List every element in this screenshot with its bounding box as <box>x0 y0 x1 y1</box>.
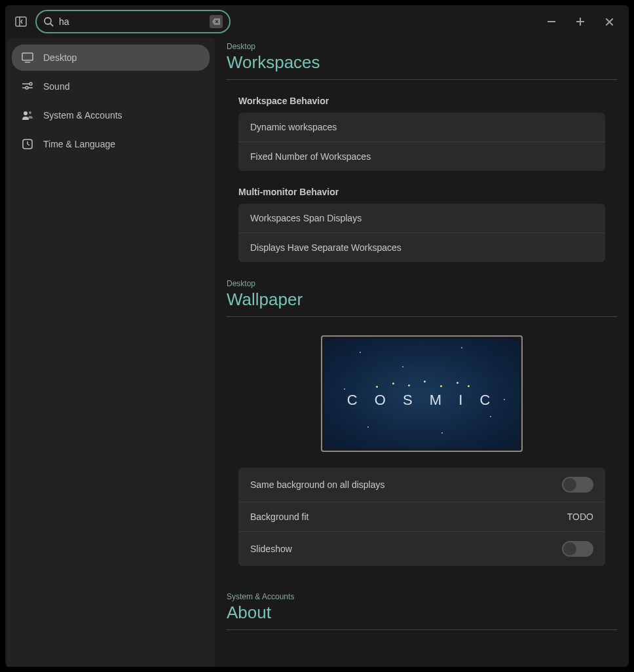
search-icon <box>43 16 54 27</box>
search-input[interactable] <box>59 16 204 27</box>
minimize-icon <box>548 21 555 22</box>
panel-toggle-icon <box>15 16 27 27</box>
wallpaper-settings-group: Same background on all displays Backgrou… <box>238 468 605 566</box>
section-workspaces: Desktop Workspaces Workspace Behavior Dy… <box>227 42 617 262</box>
sidebar-item-label: Sound <box>43 81 69 92</box>
close-icon <box>606 18 613 26</box>
slideshow-toggle[interactable] <box>562 541 593 557</box>
desktop-icon <box>21 51 34 64</box>
same-background-row: Same background on all displays <box>238 468 605 502</box>
group-heading: Workspace Behavior <box>238 96 617 106</box>
svg-rect-11 <box>22 53 33 60</box>
section-title: Wallpaper <box>227 289 617 317</box>
wallpaper-preview[interactable]: C O S M I C <box>321 335 523 452</box>
sidebar-item-label: System & Accounts <box>43 110 122 121</box>
sidebar-item-label: Time & Language <box>43 139 115 149</box>
settings-window: Desktop Sound <box>5 5 629 667</box>
wallpaper-text: C O S M I C <box>347 392 497 409</box>
group-heading: Multi-monitor Behavior <box>238 187 617 197</box>
section-title: About <box>227 603 617 630</box>
window-controls <box>545 15 621 28</box>
constellation-icon <box>376 379 468 389</box>
workspace-behavior-group: Dynamic workspaces Fixed Number of Works… <box>238 113 605 171</box>
dynamic-workspaces-row[interactable]: Dynamic workspaces <box>238 113 605 142</box>
clock-icon <box>21 138 34 151</box>
svg-point-16 <box>26 86 28 89</box>
panel-toggle-button[interactable] <box>13 14 29 29</box>
breadcrumb: Desktop <box>227 42 617 51</box>
sidebar-item-time-language[interactable]: Time & Language <box>12 131 210 157</box>
option-label: Slideshow <box>250 544 292 554</box>
option-label: Same background on all displays <box>250 479 384 490</box>
option-label: Workspaces Span Displays <box>250 213 362 223</box>
user-icon <box>21 109 34 122</box>
option-label: Displays Have Separate Workspaces <box>250 242 401 253</box>
svg-line-3 <box>50 24 53 26</box>
clear-search-button[interactable] <box>210 15 223 28</box>
svg-rect-6 <box>548 21 555 22</box>
toggle-knob <box>563 542 576 555</box>
close-button[interactable] <box>603 15 616 28</box>
background-fit-row[interactable]: Background fit TODO <box>238 502 605 532</box>
fixed-workspaces-row[interactable]: Fixed Number of Workspaces <box>238 142 605 171</box>
sidebar-item-desktop[interactable]: Desktop <box>12 45 210 71</box>
sidebar-item-label: Desktop <box>43 52 77 63</box>
option-label: Dynamic workspaces <box>250 122 337 132</box>
sidebar-item-sound[interactable]: Sound <box>12 73 210 100</box>
search-box[interactable] <box>35 10 231 33</box>
section-wallpaper: Desktop Wallpaper <box>227 279 617 566</box>
maximize-icon <box>576 18 584 26</box>
breadcrumb: Desktop <box>227 279 617 288</box>
toggle-knob <box>563 478 576 491</box>
slideshow-row: Slideshow <box>238 532 605 566</box>
option-label: Background fit <box>250 512 309 522</box>
background-fit-value: TODO <box>567 512 593 522</box>
minimize-button[interactable] <box>545 15 558 28</box>
wallpaper-image: C O S M I C <box>324 339 519 449</box>
sound-icon <box>21 80 34 93</box>
sidebar-item-system-accounts[interactable]: System & Accounts <box>12 102 210 128</box>
svg-point-18 <box>24 111 28 115</box>
multimonitor-behavior-group: Workspaces Span Displays Displays Have S… <box>238 204 605 262</box>
section-title: Workspaces <box>227 52 617 80</box>
same-background-toggle[interactable] <box>562 477 593 493</box>
svg-point-19 <box>29 111 31 114</box>
breadcrumb: System & Accounts <box>227 592 617 601</box>
maximize-button[interactable] <box>574 15 587 28</box>
main-content[interactable]: Desktop Workspaces Workspace Behavior Dy… <box>215 38 629 667</box>
sidebar: Desktop Sound <box>7 38 215 667</box>
option-label: Fixed Number of Workspaces <box>250 151 371 162</box>
svg-point-14 <box>29 83 32 85</box>
section-about: System & Accounts About <box>227 592 617 630</box>
svg-line-22 <box>28 144 29 145</box>
span-displays-row[interactable]: Workspaces Span Displays <box>238 204 605 233</box>
titlebar <box>5 5 629 38</box>
svg-point-2 <box>45 18 51 24</box>
backspace-icon <box>212 18 220 25</box>
separate-workspaces-row[interactable]: Displays Have Separate Workspaces <box>238 233 605 262</box>
body-area: Desktop Sound <box>5 38 629 667</box>
